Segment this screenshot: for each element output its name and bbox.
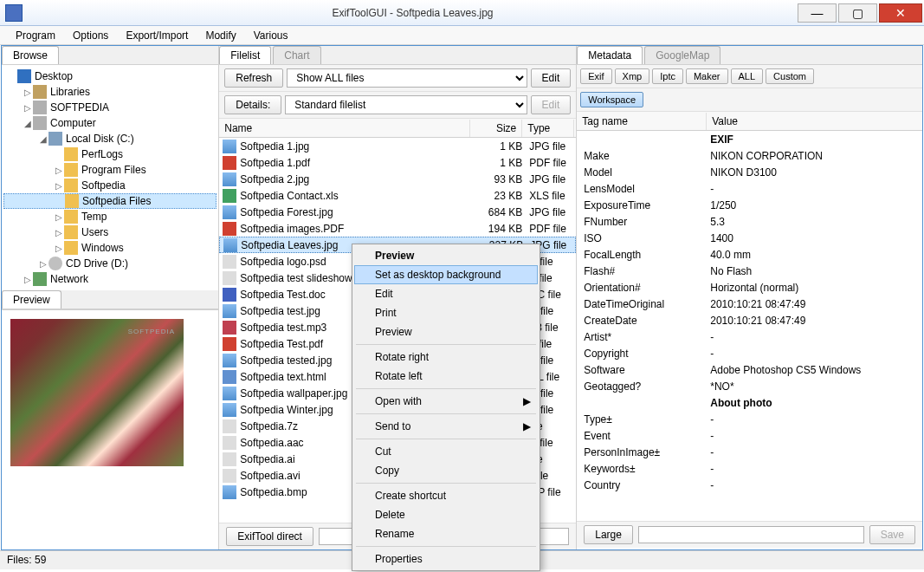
menu-program[interactable]: Program: [7, 28, 64, 43]
edit-filter-button[interactable]: Edit: [531, 68, 572, 88]
expand-icon[interactable]: ▷: [54, 228, 64, 237]
expand-icon[interactable]: ▷: [54, 244, 64, 253]
meta-row[interactable]: FNumber5.3: [577, 213, 922, 230]
meta-maker-button[interactable]: Maker: [686, 68, 728, 84]
save-button[interactable]: Save: [869, 525, 915, 544]
tree-node[interactable]: Softpedia Files: [3, 193, 216, 209]
meta-custom-button[interactable]: Custom: [766, 68, 814, 84]
meta-row[interactable]: ISO1400: [577, 230, 922, 246]
meta-row[interactable]: Artist*-: [577, 328, 922, 345]
filter-select[interactable]: Show ALL files: [287, 68, 527, 88]
ctx-preview[interactable]: Preview: [354, 322, 538, 341]
meta-row[interactable]: About photo: [577, 394, 922, 411]
details-button[interactable]: Details:: [224, 95, 281, 114]
value-edit-input[interactable]: [638, 526, 864, 543]
ctx-rotate-right[interactable]: Rotate right: [354, 348, 538, 367]
ctx-cut[interactable]: Cut: [354, 442, 538, 461]
expand-icon[interactable]: ▷: [54, 212, 64, 222]
expand-icon[interactable]: ◢: [23, 119, 33, 128]
tree-node[interactable]: Desktop: [3, 68, 216, 84]
file-row[interactable]: Softpedia Forest.jpg684 KBJPG file: [219, 204, 576, 220]
meta-row[interactable]: ExposureTime1/250: [577, 197, 922, 213]
tree-node[interactable]: PerfLogs: [3, 146, 216, 162]
meta-all-button[interactable]: ALL: [731, 68, 764, 84]
tree-node[interactable]: ▷SOFTPEDIA: [3, 100, 216, 115]
tab-browse[interactable]: Browse: [2, 46, 59, 64]
folder-tree[interactable]: Desktop▷Libraries▷SOFTPEDIA◢Computer◢Loc…: [2, 65, 218, 290]
meta-row[interactable]: Event-: [577, 427, 922, 444]
menu-modify[interactable]: Modify: [197, 28, 244, 43]
meta-row[interactable]: FocalLength40.0 mm: [577, 246, 922, 263]
ctx-create-shortcut[interactable]: Create shortcut: [354, 486, 538, 505]
meta-exif-button[interactable]: Exif: [580, 68, 611, 84]
ctx-print[interactable]: Print: [354, 303, 538, 322]
file-row[interactable]: Softpedia 2.jpg93 KBJPG file: [219, 171, 576, 187]
tree-node[interactable]: ▷Users: [3, 224, 216, 240]
tree-node[interactable]: ▷Network: [3, 271, 216, 287]
file-row[interactable]: Softpedia 1.pdf1 KBPDF file: [219, 154, 576, 171]
ctx-rename[interactable]: Rename: [354, 524, 538, 543]
menu-options[interactable]: Options: [64, 28, 117, 43]
ctx-preview[interactable]: Preview: [354, 246, 538, 265]
maximize-button[interactable]: ▢: [838, 3, 877, 23]
ctx-edit[interactable]: Edit: [354, 284, 538, 303]
expand-icon[interactable]: ▷: [23, 103, 33, 113]
meta-row[interactable]: PersonInImage±-: [577, 444, 922, 460]
menu-export/import[interactable]: Export/Import: [117, 28, 197, 43]
tree-node[interactable]: ◢Local Disk (C:): [3, 131, 216, 146]
tree-node[interactable]: ▷Libraries: [3, 84, 216, 100]
tree-node[interactable]: ◢Computer: [3, 115, 216, 131]
refresh-button[interactable]: Refresh: [224, 68, 283, 88]
expand-icon[interactable]: ▷: [23, 275, 33, 284]
col-value[interactable]: Value: [707, 113, 922, 130]
menu-various[interactable]: Various: [245, 28, 297, 43]
meta-row[interactable]: Country-: [577, 477, 922, 493]
meta-iptc-button[interactable]: Iptc: [652, 68, 683, 84]
ctx-set-as-desktop-background[interactable]: Set as desktop background: [354, 265, 538, 284]
file-row[interactable]: Softpedia images.PDF194 KBPDF file: [219, 220, 576, 237]
tab-chart[interactable]: Chart: [273, 46, 320, 64]
meta-row[interactable]: Copyright-: [577, 345, 922, 361]
tree-node[interactable]: ▷CD Drive (D:): [3, 256, 216, 271]
tree-node[interactable]: ▷Windows: [3, 240, 216, 256]
meta-row[interactable]: ModelNIKON D3100: [577, 164, 922, 180]
file-row[interactable]: Softpedia Contact.xls23 KBXLS file: [219, 187, 576, 204]
meta-row[interactable]: DateTimeOriginal2010:10:21 08:47:49: [577, 296, 922, 312]
expand-icon[interactable]: ▷: [38, 259, 48, 269]
exiftool-direct-button[interactable]: ExifTool direct: [226, 527, 313, 546]
tree-node[interactable]: ▷Softpedia: [3, 178, 216, 193]
tab-preview[interactable]: Preview: [2, 290, 61, 309]
ctx-properties[interactable]: Properties: [354, 549, 538, 569]
minimize-button[interactable]: —: [798, 3, 837, 23]
meta-row[interactable]: Geotagged?*NO*: [577, 378, 922, 394]
col-name[interactable]: Name: [219, 120, 470, 137]
meta-row[interactable]: Type±-: [577, 411, 922, 427]
tree-node[interactable]: ▷Program Files: [3, 162, 216, 178]
ctx-open-with[interactable]: Open with▶: [354, 392, 538, 411]
tree-node[interactable]: ▷Temp: [3, 209, 216, 224]
close-button[interactable]: ✕: [879, 3, 922, 23]
tab-metadata[interactable]: Metadata: [577, 46, 643, 64]
tab-googlemap[interactable]: GoogleMap: [644, 46, 720, 64]
expand-icon[interactable]: ▷: [54, 181, 64, 191]
ctx-send-to[interactable]: Send to▶: [354, 417, 538, 436]
col-type[interactable]: Type: [522, 120, 574, 137]
meta-row[interactable]: SoftwareAdobe Photoshop CS5 Windows: [577, 361, 922, 378]
col-size[interactable]: Size: [470, 120, 522, 137]
ctx-delete[interactable]: Delete: [354, 505, 538, 524]
large-button[interactable]: Large: [584, 525, 633, 544]
ctx-copy[interactable]: Copy: [354, 461, 538, 480]
file-row[interactable]: Softpedia 1.jpg1 KBJPG file: [219, 138, 576, 154]
meta-row[interactable]: Keywords±-: [577, 460, 922, 477]
meta-row[interactable]: CreateDate2010:10:21 08:47:49: [577, 312, 922, 328]
expand-icon[interactable]: ▷: [23, 88, 33, 97]
col-tagname[interactable]: Tag name: [577, 113, 707, 130]
filelist-header[interactable]: Name Size Type: [219, 119, 576, 138]
meta-row[interactable]: Flash#No Flash: [577, 263, 922, 279]
meta-row[interactable]: Orientation#Horizontal (normal): [577, 279, 922, 296]
meta-xmp-button[interactable]: Xmp: [615, 68, 650, 84]
expand-icon[interactable]: ◢: [38, 134, 48, 144]
meta-row[interactable]: EXIF: [577, 131, 922, 147]
workspace-button[interactable]: Workspace: [580, 92, 643, 107]
ctx-rotate-left[interactable]: Rotate left: [354, 367, 538, 386]
